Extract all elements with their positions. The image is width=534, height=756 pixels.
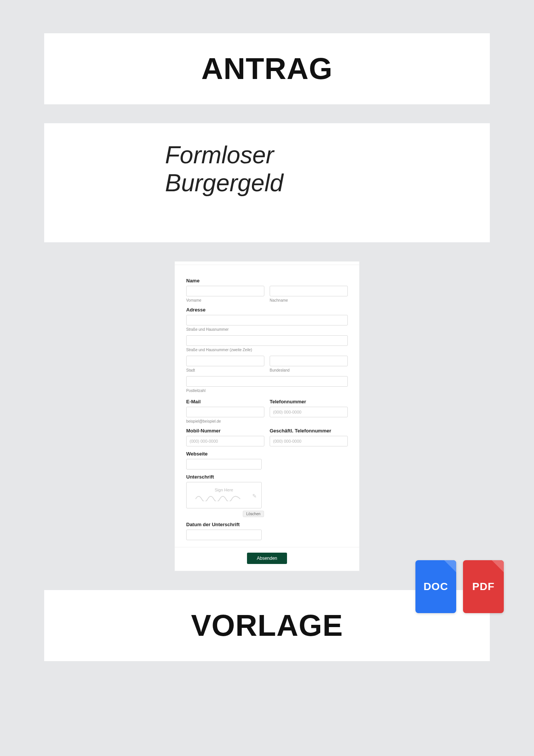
pdf-label: PDF [472, 581, 495, 593]
pen-icon: ✎ [252, 493, 257, 499]
signature-squiggle-icon [193, 493, 250, 503]
submit-button[interactable]: Absenden [247, 553, 287, 564]
pdf-file-icon[interactable]: PDF [463, 560, 504, 613]
street2-input[interactable] [186, 335, 348, 346]
subtitle-line1: Formloser [165, 141, 274, 169]
name-label: Name [186, 278, 348, 284]
street-input[interactable] [186, 315, 348, 325]
state-input[interactable] [270, 356, 348, 366]
subtitle-panel: Formloser Burgergeld [44, 123, 490, 242]
file-icons: DOC PDF [415, 560, 504, 613]
header-panel: ANTRAG [44, 33, 490, 104]
subtitle: Formloser Burgergeld [165, 141, 452, 197]
last-name-sublabel: Nachname [270, 298, 348, 302]
email-label: E-Mail [186, 399, 264, 404]
mobile-label: Mobil-Nummer [186, 428, 264, 434]
phone-label: Telefonnummer [270, 399, 348, 404]
bizphone-input[interactable] [270, 436, 348, 446]
first-name-input[interactable] [186, 286, 264, 296]
form-preview: Name Vorname Nachname Adresse Straße und… [174, 261, 360, 571]
page-title: ANTRAG [67, 51, 467, 86]
subtitle-line2: Burgergeld [165, 169, 283, 197]
doc-fold-icon [444, 560, 456, 572]
street2-sublabel: Straße und Hausnummer (zweite Zeile) [186, 348, 348, 352]
sigdate-input[interactable] [186, 530, 262, 540]
city-sublabel: Stadt [186, 368, 264, 372]
clear-signature-button[interactable]: Löschen [243, 511, 264, 517]
email-input[interactable] [186, 407, 264, 417]
website-label: Webseite [186, 451, 348, 457]
mobile-input[interactable] [186, 436, 264, 446]
signature-label: Unterschrift [186, 474, 348, 480]
email-sublabel: beispiel@beispiel.de [186, 419, 264, 423]
first-name-sublabel: Vorname [186, 298, 264, 302]
phone-input[interactable] [270, 407, 348, 417]
address-label: Adresse [186, 307, 348, 313]
city-input[interactable] [186, 356, 264, 366]
last-name-input[interactable] [270, 286, 348, 296]
sign-here-text: Sign Here [187, 488, 261, 492]
pdf-fold-icon [492, 560, 504, 572]
doc-label: DOC [423, 581, 448, 593]
footer-title: VORLAGE [67, 608, 467, 643]
signature-box[interactable]: Sign Here ✎ [186, 482, 262, 508]
bizphone-label: Geschäftl. Telefonnummer [270, 428, 348, 434]
zip-sublabel: Postleitzahl [186, 389, 348, 393]
sigdate-label: Datum der Unterschrift [186, 522, 348, 527]
doc-file-icon[interactable]: DOC [415, 560, 456, 613]
state-sublabel: Bundesland [270, 368, 348, 372]
street-sublabel: Straße und Hausnummer [186, 327, 348, 332]
zip-input[interactable] [186, 376, 348, 387]
website-input[interactable] [186, 459, 262, 469]
